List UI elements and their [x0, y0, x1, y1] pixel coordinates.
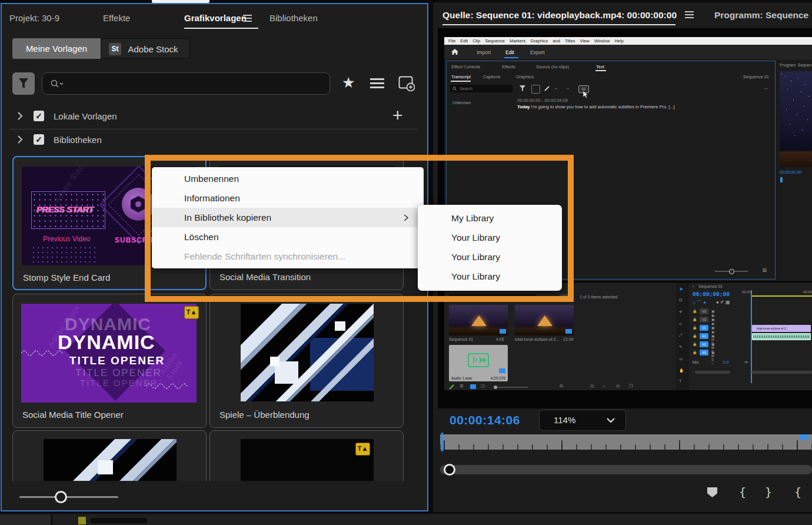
missing-fonts-icon: T▲ — [355, 443, 370, 456]
program-tab[interactable]: Programm: Sequence — [714, 10, 808, 21]
funnel-icon — [520, 85, 525, 92]
pencil-green-icon — [449, 384, 455, 390]
audio-clip — [752, 333, 811, 340]
local-templates-checkbox[interactable]: ✓ — [34, 111, 44, 121]
ruler-label: 00;00 — [742, 290, 751, 294]
pp-item2-name: total-lunar-eclipse-of-2... — [515, 337, 562, 341]
ruler-marker — [799, 434, 808, 440]
libraries-checkbox[interactable]: ✓ — [34, 134, 44, 145]
video-clip: total-lunar-eclipse-of-2... — [752, 325, 811, 332]
template-card-row3-left[interactable] — [12, 430, 207, 481]
zoom-level-dropdown[interactable]: 114% — [539, 410, 626, 431]
pp-transcript-bold: Today — [517, 104, 530, 109]
add-marker-icon[interactable] — [707, 487, 717, 497]
timeline-clip-label-dark — [91, 518, 147, 523]
chevron-down-icon — [607, 418, 615, 423]
squiggle — [146, 379, 197, 393]
filter-button[interactable] — [12, 72, 35, 95]
mark-in-icon[interactable]: { — [739, 485, 746, 499]
monitor-scrollbar[interactable] — [440, 465, 812, 474]
adobe-stock-toggle[interactable]: St Adobe Stock — [101, 38, 190, 59]
beams-art — [241, 304, 374, 401]
chevron-right-icon[interactable] — [17, 135, 23, 144]
pp-speaker: Unknown — [452, 100, 471, 105]
pencil-icon — [544, 85, 550, 91]
pp-program-timecode: 00;00;00;00 — [780, 170, 801, 174]
template-title: Spiele – Überblendung — [219, 410, 310, 420]
list-view-icon[interactable] — [370, 78, 384, 88]
pp-timeline-tab: Sequence 01 — [698, 284, 723, 288]
template-thumbnail: Adobe Stock Adobe Stock DYNAMIC DYNAMIC … — [21, 304, 197, 403]
ruler-playhead[interactable] — [441, 433, 443, 451]
chevron-right-icon[interactable] — [17, 111, 23, 121]
tab-projekt[interactable]: Projekt: 30-9 — [9, 13, 59, 23]
pp-tab-source: Source (no clips) — [536, 64, 569, 69]
pp-item3-duration: 4:29.076 — [491, 376, 505, 380]
underline — [595, 70, 606, 71]
scrollbar-handle[interactable] — [444, 464, 455, 476]
source-tab[interactable]: Quelle: Sequence 01: videoplayback.mp4: … — [442, 10, 677, 21]
pp-zoom-slider — [715, 271, 748, 272]
timeline-hscroll[interactable] — [751, 371, 812, 374]
pp-audio-item-selected: Audio 1.wav 4:29.076 — [449, 345, 508, 381]
pp-search-field: Search — [450, 85, 513, 92]
type-icon: T — [679, 379, 681, 383]
ripple-edit-icon: ✛ — [679, 310, 683, 314]
libraries-label[interactable]: Bibliotheken — [54, 135, 102, 145]
grid-icon: ⊞ — [762, 267, 767, 273]
pp-program-label: Program: Sequen — [780, 63, 812, 67]
add-folder-icon[interactable]: + — [392, 105, 403, 125]
pp-tab-text: Text — [596, 64, 604, 69]
divider — [10, 129, 417, 129]
panel-menu-icon[interactable] — [243, 15, 252, 24]
pp-timerange: 00:00:00:00 - 00:00:04:05 — [517, 98, 568, 103]
template-title: Social Media Title Opener — [22, 410, 124, 420]
tab-effekte[interactable]: Effekte — [103, 13, 130, 23]
pp-item3-name: Audio 1.wav — [451, 376, 472, 380]
stock-badge-icon: St — [109, 43, 121, 55]
underline — [451, 81, 471, 82]
cursor-icon — [583, 91, 589, 98]
previous-video-text: Previous Video — [43, 235, 91, 243]
pp-tab-effect-controls: Effect Controls — [451, 64, 480, 69]
local-templates-label[interactable]: Lokale Vorlagen — [54, 111, 117, 121]
pp-timeline: Sequence 01 › 00;00;00;00 ⌂ ⌒ ✦ ● ✐ ▦ 00… — [690, 283, 812, 390]
pp-item-thumb — [515, 305, 574, 335]
pp-menubar: File Edit Clip Sequence Markers Graphics… — [444, 37, 812, 45]
template-thumbnail — [44, 439, 177, 481]
pp-subtab-graphics: Graphics — [516, 74, 534, 79]
tab-grafikvorlagen[interactable]: Grafikvorlagen — [184, 13, 247, 23]
mark-out-icon[interactable]: } — [765, 485, 772, 499]
template-title: Stomp Style End Card — [23, 273, 110, 283]
app-window: Projekt: 30-9 Effekte Grafikvorlagen Bib… — [0, 0, 812, 525]
favorites-star-icon[interactable]: ★ — [342, 74, 355, 91]
timeline-clip-swatch — [78, 517, 86, 524]
pp-sequence-label: Sequence 01 — [743, 74, 769, 79]
search-input[interactable] — [42, 72, 330, 95]
template-card-row3-right[interactable]: T▲ — [209, 430, 404, 481]
pp-tab-underline — [504, 57, 518, 58]
audio-waveform-icon — [468, 353, 489, 367]
template-card-title-opener[interactable]: Adobe Stock Adobe Stock DYNAMIC DYNAMIC … — [12, 294, 207, 428]
pp-timeline-timecode: 00;00;00;00 — [693, 291, 730, 297]
panel-menu-icon[interactable] — [685, 11, 694, 20]
header-hscroll[interactable] — [695, 371, 730, 374]
tab-bibliotheken[interactable]: Bibliotheken — [269, 13, 318, 23]
pp-program-sliver: Program: Sequen 00;00;00;00 — [778, 62, 812, 280]
pp-search-placeholder: Search — [460, 87, 472, 91]
monitor-time-ruler[interactable] — [440, 434, 812, 450]
pp-subtab-captions: Captions — [483, 74, 501, 79]
template-thumbnail — [241, 304, 374, 401]
home-icon — [451, 49, 458, 55]
pp-tab-export: Export — [530, 49, 545, 55]
thumbnail-zoom-slider[interactable] — [19, 496, 118, 498]
template-card-spiele[interactable]: Spiele – Überblendung — [209, 294, 404, 428]
slider-handle[interactable] — [55, 491, 67, 503]
my-templates-toggle[interactable]: Meine Vorlagen — [12, 38, 101, 59]
card-grid-clip: T▲ — [2, 429, 425, 481]
pp-item-thumb — [449, 305, 508, 335]
pp-subtab-transcript: Transcript — [451, 74, 471, 79]
active-tab-underline — [184, 28, 258, 29]
go-to-in-icon[interactable]: { — [794, 485, 801, 499]
new-item-icon[interactable] — [398, 76, 415, 91]
